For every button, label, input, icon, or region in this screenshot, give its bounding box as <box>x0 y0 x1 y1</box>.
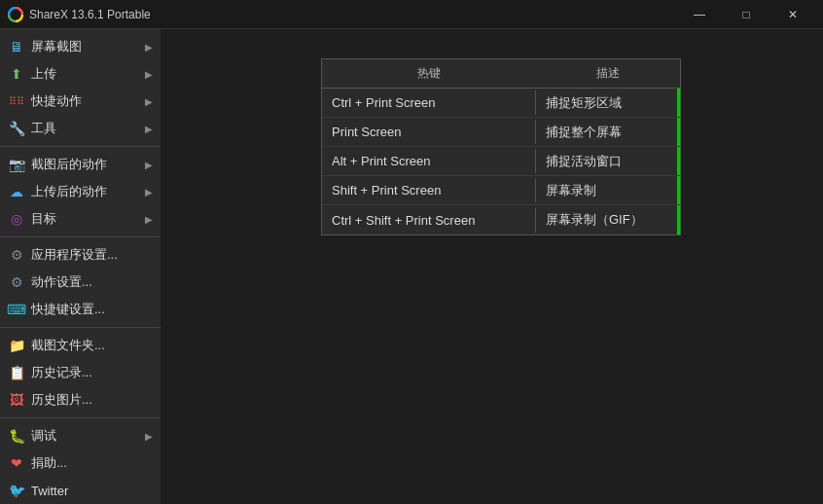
history-icon: 📋 <box>8 364 25 381</box>
menu-label-actionsettings: 动作设置... <box>31 273 153 291</box>
content-area: 热键 描述 Ctrl + Print Screen 捕捉矩形区域 Print S… <box>161 29 823 504</box>
app-title: ShareX 13.6.1 Portable <box>29 8 677 21</box>
menu-item-appsettings[interactable]: ⚙ 应用程序设置... <box>0 241 161 269</box>
hotkey-4: Ctrl + Shift + Print Screen <box>322 208 536 233</box>
separator-4 <box>0 417 161 418</box>
menu-item-history[interactable]: 📋 历史记录... <box>0 359 161 386</box>
green-bar-4 <box>677 205 680 234</box>
submenu-row-1[interactable]: Print Screen 捕捉整个屏幕 <box>322 118 680 147</box>
menu-label-history: 历史记录... <box>31 364 153 381</box>
afterupload-icon: ☁ <box>8 183 25 200</box>
left-menu: 🖥 屏幕截图 ▶ ⬆ 上传 ▶ ⠿⠿ 快捷动作 ▶ 🔧 工具 ▶ 📷 截图后的动… <box>0 29 161 504</box>
menu-label-donate: 捐助... <box>31 454 153 472</box>
actions-icon: ⠿⠿ <box>8 92 25 110</box>
hotkey-3: Shift + Print Screen <box>322 178 536 202</box>
menu-label-debug: 调试 <box>31 427 141 445</box>
menu-item-folder[interactable]: 📁 截图文件夹... <box>0 332 161 359</box>
menu-item-actions[interactable]: ⠿⠿ 快捷动作 ▶ <box>0 88 161 115</box>
menu-label-upload: 上传 <box>31 65 141 83</box>
submenu-row-0[interactable]: Ctrl + Print Screen 捕捉矩形区域 <box>322 89 680 118</box>
twitter-icon: 🐦 <box>8 482 25 499</box>
hotkey-2: Alt + Print Screen <box>322 149 536 173</box>
maximize-button[interactable]: □ <box>724 0 769 29</box>
title-bar: ShareX 13.6.1 Portable — □ ✕ <box>0 0 823 29</box>
actionsettings-icon: ⚙ <box>8 273 25 291</box>
separator-1 <box>0 146 161 147</box>
hotkeysettings-icon: ⌨ <box>8 301 25 318</box>
menu-label-folder: 截图文件夹... <box>31 337 153 354</box>
menu-label-appsettings: 应用程序设置... <box>31 246 153 264</box>
menu-label-twitter: Twitter <box>31 484 153 498</box>
menu-item-screenshot[interactable]: 🖥 屏幕截图 ▶ <box>0 33 161 60</box>
menu-label-hotkeysettings: 快捷键设置... <box>31 301 153 318</box>
menu-label-tools: 工具 <box>31 120 141 137</box>
menu-item-debug[interactable]: 🐛 调试 ▶ <box>0 422 161 450</box>
col-header-desc: 描述 <box>536 63 680 84</box>
green-bar-0 <box>677 89 680 117</box>
desc-3: 屏幕录制 <box>536 177 677 204</box>
submenu-row-4[interactable]: Ctrl + Shift + Print Screen 屏幕录制（GIF） <box>322 205 680 234</box>
donate-icon: ❤ <box>8 454 25 472</box>
menu-item-donate[interactable]: ❤ 捐助... <box>0 450 161 477</box>
arrow-icon-aftercapture: ▶ <box>145 160 153 170</box>
submenu-row-2[interactable]: Alt + Print Screen 捕捉活动窗口 <box>322 147 680 176</box>
menu-label-actions: 快捷动作 <box>31 92 141 110</box>
submenu-row-3[interactable]: Shift + Print Screen 屏幕录制 <box>322 176 680 205</box>
desc-4: 屏幕录制（GIF） <box>536 206 677 234</box>
separator-3 <box>0 327 161 328</box>
tools-icon: 🔧 <box>8 120 25 137</box>
green-bar-1 <box>677 118 680 146</box>
arrow-icon-actions: ▶ <box>145 96 153 107</box>
upload-icon: ⬆ <box>8 65 25 83</box>
menu-item-afterupload[interactable]: ☁ 上传后的动作 ▶ <box>0 178 161 205</box>
hotkey-1: Print Screen <box>322 120 536 144</box>
arrow-icon-debug: ▶ <box>145 431 153 442</box>
menu-label-aftercapture: 截图后的动作 <box>31 156 141 173</box>
menu-label-target: 目标 <box>31 210 141 228</box>
window-controls: — □ ✕ <box>677 0 815 29</box>
submenu-popup: 热键 描述 Ctrl + Print Screen 捕捉矩形区域 Print S… <box>321 58 681 235</box>
arrow-icon-afterupload: ▶ <box>145 187 153 198</box>
submenu-header: 热键 描述 <box>322 59 680 89</box>
col-header-hotkey: 热键 <box>322 63 536 84</box>
menu-item-actionsettings[interactable]: ⚙ 动作设置... <box>0 269 161 296</box>
menu-item-twitter[interactable]: 🐦 Twitter <box>0 477 161 504</box>
separator-2 <box>0 236 161 237</box>
desc-2: 捕捉活动窗口 <box>536 148 677 175</box>
desc-0: 捕捉矩形区域 <box>536 90 677 117</box>
menu-label-screenshot: 屏幕截图 <box>31 38 141 55</box>
menu-item-imghistory[interactable]: 🖼 历史图片... <box>0 386 161 414</box>
debug-icon: 🐛 <box>8 427 25 445</box>
folder-icon: 📁 <box>8 337 25 354</box>
hotkey-0: Ctrl + Print Screen <box>322 90 536 115</box>
target-icon: ◎ <box>8 210 25 228</box>
menu-item-aftercapture[interactable]: 📷 截图后的动作 ▶ <box>0 151 161 178</box>
green-bar-2 <box>677 147 680 175</box>
menu-item-target[interactable]: ◎ 目标 ▶ <box>0 205 161 233</box>
app-icon <box>8 7 23 22</box>
desc-1: 捕捉整个屏幕 <box>536 119 677 146</box>
arrow-icon-screenshot: ▶ <box>145 42 153 53</box>
menu-label-afterupload: 上传后的动作 <box>31 183 141 200</box>
menu-item-hotkeysettings[interactable]: ⌨ 快捷键设置... <box>0 296 161 323</box>
imghistory-icon: 🖼 <box>8 391 25 409</box>
minimize-button[interactable]: — <box>677 0 722 29</box>
close-button[interactable]: ✕ <box>770 0 815 29</box>
main-area: 🖥 屏幕截图 ▶ ⬆ 上传 ▶ ⠿⠿ 快捷动作 ▶ 🔧 工具 ▶ 📷 截图后的动… <box>0 29 823 504</box>
screenshot-icon: 🖥 <box>8 38 25 55</box>
aftercapture-icon: 📷 <box>8 156 25 173</box>
arrow-icon-target: ▶ <box>145 214 153 225</box>
green-bar-3 <box>677 176 680 204</box>
menu-item-upload[interactable]: ⬆ 上传 ▶ <box>0 60 161 88</box>
arrow-icon-upload: ▶ <box>145 69 153 80</box>
appsettings-icon: ⚙ <box>8 246 25 264</box>
menu-item-tools[interactable]: 🔧 工具 ▶ <box>0 115 161 142</box>
menu-label-imghistory: 历史图片... <box>31 391 153 409</box>
arrow-icon-tools: ▶ <box>145 124 153 134</box>
